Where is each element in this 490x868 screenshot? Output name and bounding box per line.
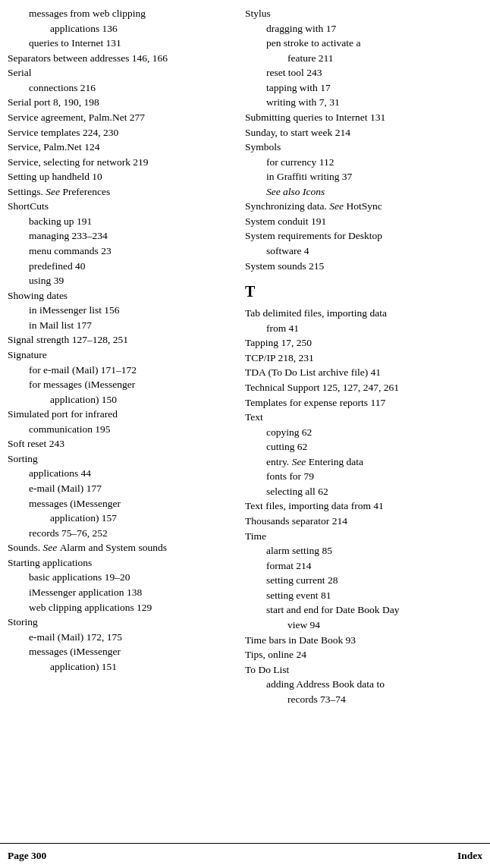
index-entry: Text files, importing data from 41 [245,498,470,514]
index-entry: Signal strength 127–128, 251 [8,332,233,348]
index-entry: in iMessenger list 156 [8,303,233,318]
index-entry: Tapping 17, 250 [245,335,470,351]
index-entry: Time [245,529,470,544]
index-entry: alarm setting 85 [245,543,470,558]
index-entry: Signature [8,348,233,363]
index-entry: Setting up handheld 10 [8,169,233,184]
index-entry: Serial port 8, 190, 198 [8,95,233,110]
footer-index: Index [457,848,482,863]
index-entry: Thousands separator 214 [245,514,470,529]
index-entry: Showing dates [8,288,233,303]
index-entry: Text [245,410,470,425]
index-entry: Tab delimited files, importing data [245,306,470,321]
index-entry: format 214 [245,558,470,574]
index-entry: e-mail (Mail) 177 [8,481,233,496]
index-entry: application) 151 [8,659,233,675]
index-entry: Storing [8,615,233,630]
index-entry: basic applications 19–20 [8,570,233,585]
index-entry: Sorting [8,451,233,467]
index-entry: application) 150 [8,392,233,407]
index-entry: tapping with 17 [245,80,470,96]
index-entry: System conduit 191 [245,214,470,229]
index-entry: connections 216 [8,80,233,96]
index-entry: Separators between addresses 146, 166 [8,51,233,66]
index-entry: Service, Palm.Net 124 [8,140,233,155]
index-entry: Technical Support 125, 127, 247, 261 [245,380,470,395]
index-entry: software 4 [245,244,470,259]
index-entry: copying 62 [245,425,470,440]
index-entry: in Mail list 177 [8,318,233,333]
section-letter: T [245,281,470,303]
index-entry: entry. See Entering data [245,454,470,470]
index-entry: queries to Internet 131 [8,36,233,51]
index-entry: Serial [8,65,233,80]
index-entry: Soft reset 243 [8,436,233,451]
footer-page: Page 300 [8,848,46,863]
index-entry: records 73–74 [245,692,470,707]
content-area: messages from web clippingapplications 1… [0,0,490,843]
footer: Page 300 Index [0,843,490,868]
index-entry: TDA (To Do List archive file) 41 [245,365,470,380]
index-entry: application) 157 [8,511,233,526]
index-entry: for e-mail (Mail) 171–172 [8,363,233,378]
index-entry: applications 136 [8,21,233,36]
index-entry: writing with 7, 31 [245,95,470,110]
index-entry: for messages (iMessenger [8,377,233,392]
column-left: messages from web clippingapplications 1… [8,6,239,843]
index-entry: setting current 28 [245,573,470,588]
index-entry: Sounds. See Alarm and System sounds [8,540,233,555]
index-entry: Service agreement, Palm.Net 277 [8,110,233,125]
index-entry: Service, selecting for network 219 [8,155,233,170]
index-entry: adding Address Book data to [245,677,470,692]
index-entry: Time bars in Date Book 93 [245,633,470,648]
index-entry: ShortCuts [8,199,233,214]
index-entry: messages (iMessenger [8,644,233,659]
index-entry: Stylus [245,6,470,21]
index-entry: Settings. See Preferences [8,184,233,200]
index-entry: dragging with 17 [245,21,470,36]
index-entry: records 75–76, 252 [8,526,233,541]
index-entry: Sunday, to start week 214 [245,125,470,140]
page-container: messages from web clippingapplications 1… [0,0,490,868]
index-entry: pen stroke to activate a [245,36,470,51]
index-entry: for currency 112 [245,155,470,170]
index-entry: Starting applications [8,555,233,571]
index-entry: System sounds 215 [245,259,470,274]
index-entry: communication 195 [8,422,233,437]
index-entry: view 94 [245,618,470,633]
index-entry: using 39 [8,273,233,288]
index-entry: setting event 81 [245,588,470,603]
index-entry: web clipping applications 129 [8,600,233,615]
index-entry: Service templates 224, 230 [8,125,233,140]
index-entry: applications 44 [8,466,233,481]
index-entry: Simulated port for infrared [8,407,233,422]
index-entry: start and end for Date Book Day [245,602,470,618]
index-entry: menu commands 23 [8,244,233,259]
index-entry: System requirements for Desktop [245,228,470,244]
index-entry: See also Icons [245,184,470,200]
index-entry: cutting 62 [245,439,470,454]
index-entry: feature 211 [245,51,470,66]
index-entry: Symbols [245,140,470,155]
index-entry: Tips, online 24 [245,647,470,662]
index-entry: Templates for expense reports 117 [245,395,470,410]
index-entry: selecting all 62 [245,484,470,499]
index-entry: from 41 [245,321,470,336]
index-entry: To Do List [245,662,470,678]
index-entry: iMessenger application 138 [8,585,233,600]
index-entry: managing 233–234 [8,228,233,244]
column-right: Stylusdragging with 17pen stroke to acti… [239,6,470,843]
index-entry: backing up 191 [8,214,233,229]
index-entry: in Graffiti writing 37 [245,169,470,184]
index-entry: e-mail (Mail) 172, 175 [8,630,233,645]
index-entry: Submitting queries to Internet 131 [245,110,470,125]
index-entry: messages from web clipping [8,6,233,21]
index-entry: Synchronizing data. See HotSync [245,199,470,214]
index-entry: reset tool 243 [245,65,470,80]
index-entry: fonts for 79 [245,469,470,484]
index-entry: TCP/IP 218, 231 [245,351,470,366]
index-entry: messages (iMessenger [8,496,233,511]
index-entry: predefined 40 [8,259,233,274]
